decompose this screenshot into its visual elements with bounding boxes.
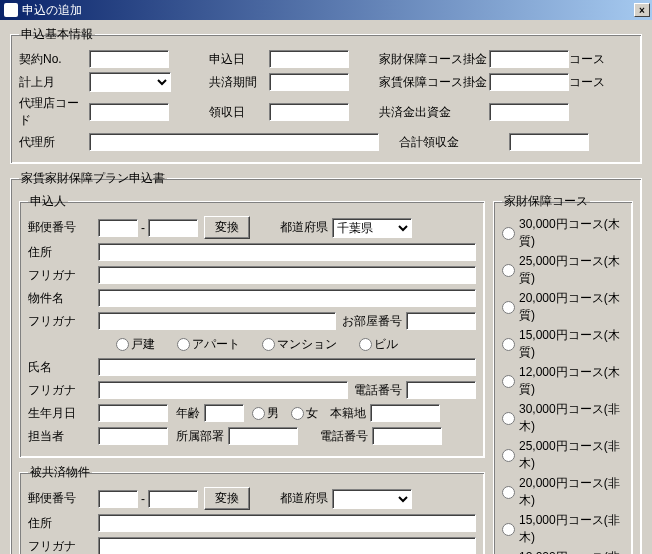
yachin-kakekin-input[interactable] (489, 73, 569, 91)
app-icon (4, 3, 18, 17)
label-tantousha: 担当者 (28, 428, 98, 445)
label-jusho-p: 住所 (28, 515, 98, 532)
applicant-group: 申込人 郵便番号 - 変換 都道府県 千葉県 住所 (19, 193, 485, 458)
course-label-7: 20,000円コース(非木) (519, 475, 624, 509)
denwa-input[interactable] (406, 381, 476, 399)
yubin2-input[interactable] (148, 219, 198, 237)
label-yachin-kakekin: 家賃保障コース掛金 (379, 74, 489, 91)
course-radio-3[interactable] (502, 338, 515, 351)
basic-info-group: 申込基本情報 契約No. 申込日 家財保障コース掛金 コース 計上月 共済期間 … (10, 26, 642, 164)
label-oheya: お部屋番号 (342, 313, 402, 330)
course-label-0: 30,000円コース(木質) (519, 216, 624, 250)
course-legend: 家財保障コース (502, 193, 590, 210)
basic-info-legend: 申込基本情報 (19, 26, 95, 43)
course-label-5: 30,000円コース(非木) (519, 401, 624, 435)
todofuken-select[interactable]: 千葉県 (332, 218, 412, 238)
kodate-radio[interactable] (116, 338, 129, 351)
property-legend: 被共済物件 (28, 464, 92, 481)
window-title: 申込の追加 (22, 2, 82, 19)
yubin1-input[interactable] (98, 219, 138, 237)
label-honseki: 本籍地 (330, 405, 366, 422)
course-radio-2[interactable] (502, 301, 515, 314)
p-jusho-input[interactable] (98, 514, 476, 532)
p-yubin2-input[interactable] (148, 490, 198, 508)
course-label-8: 15,000円コース(非木) (519, 512, 624, 546)
dairiten-code-input[interactable] (89, 103, 169, 121)
course-label-3: 15,000円コース(木質) (519, 327, 624, 361)
seinen-input[interactable] (98, 404, 168, 422)
course-radio-4[interactable] (502, 375, 515, 388)
label-moushikomi-date: 申込日 (209, 51, 269, 68)
label-yubin-p: 郵便番号 (28, 490, 98, 507)
label-kazai-kakekin: 家財保障コース掛金 (379, 51, 489, 68)
course-radio-1[interactable] (502, 264, 515, 277)
application-form-legend: 家賃家財保障プラン申込書 (19, 170, 167, 187)
label-furigana-3: フリガナ (28, 382, 98, 399)
course-radio-5[interactable] (502, 412, 515, 425)
bukken-mei-input[interactable] (98, 289, 476, 307)
jusho-furigana-input[interactable] (98, 266, 476, 284)
close-button[interactable]: × (634, 3, 650, 17)
apart-radio[interactable] (177, 338, 190, 351)
tantousha-input[interactable] (98, 427, 168, 445)
building-type-radios: 戸建 アパート マンション ビル (28, 334, 476, 354)
p-jusho-furigana-input[interactable] (98, 537, 476, 554)
course-label-4: 12,000円コース(木質) (519, 364, 624, 398)
course-label-6: 25,000円コース(非木) (519, 438, 624, 472)
label-denwa-2: 電話番号 (320, 428, 368, 445)
kazai-kakekin-input[interactable] (489, 50, 569, 68)
p-yubin1-input[interactable] (98, 490, 138, 508)
jusho-input[interactable] (98, 243, 476, 261)
course-radio-8[interactable] (502, 523, 515, 536)
label-dairiten: 代理所 (19, 134, 89, 151)
course-suffix-1: コース (569, 51, 605, 68)
label-yubin: 郵便番号 (28, 219, 98, 236)
shozoku-input[interactable] (228, 427, 298, 445)
oheya-input[interactable] (406, 312, 476, 330)
label-shimei: 氏名 (28, 359, 98, 376)
application-form-group: 家賃家財保障プラン申込書 申込人 郵便番号 - 変換 都道府県 千葉県 (10, 170, 642, 554)
shimei-input[interactable] (98, 358, 476, 376)
tantou-denwa-input[interactable] (372, 427, 442, 445)
label-furigana-2: フリガナ (28, 313, 98, 330)
course-radio-7[interactable] (502, 486, 515, 499)
label-jusho: 住所 (28, 244, 98, 261)
applicant-legend: 申込人 (28, 193, 68, 210)
honseki-input[interactable] (370, 404, 440, 422)
shimei-furigana-input[interactable] (98, 381, 348, 399)
p-henkan-button[interactable]: 変換 (204, 487, 250, 510)
building-radio[interactable] (359, 338, 372, 351)
goukei-ryoushuu-input[interactable] (509, 133, 589, 151)
kyousai-kikan-input[interactable] (269, 73, 349, 91)
label-shusshikin: 共済金出資金 (379, 104, 489, 121)
course-label-1: 25,000円コース(木質) (519, 253, 624, 287)
keijou-tsuki-select[interactable] (89, 72, 171, 92)
title-bar: 申込の追加 × (0, 0, 652, 20)
shusshikin-input[interactable] (489, 103, 569, 121)
course-radio-6[interactable] (502, 449, 515, 462)
p-todofuken-select[interactable] (332, 489, 412, 509)
dairiten-input[interactable] (89, 133, 379, 151)
moushikomi-date-input[interactable] (269, 50, 349, 68)
label-furigana-p1: フリガナ (28, 538, 98, 555)
course-label-2: 20,000円コース(木質) (519, 290, 624, 324)
bukken-furigana-input[interactable] (98, 312, 336, 330)
keiyaku-no-input[interactable] (89, 50, 169, 68)
henkan-button[interactable]: 変換 (204, 216, 250, 239)
label-denwa: 電話番号 (354, 382, 402, 399)
onna-radio[interactable] (291, 407, 304, 420)
course-radio-0[interactable] (502, 227, 515, 240)
label-todofuken: 都道府県 (280, 219, 328, 236)
label-nenrei: 年齢 (176, 405, 200, 422)
mansion-radio[interactable] (262, 338, 275, 351)
label-dairiten-code: 代理店コード (19, 95, 89, 129)
otoko-radio[interactable] (252, 407, 265, 420)
label-bukken-mei: 物件名 (28, 290, 98, 307)
course-label-9: 12,000円コース(非木) (519, 549, 624, 554)
label-furigana-1: フリガナ (28, 267, 98, 284)
course-group: 家財保障コース 30,000円コース(木質) 25,000円コース(木質) 20… (493, 193, 633, 554)
ryoushuu-date-input[interactable] (269, 103, 349, 121)
dash: - (138, 221, 148, 235)
nenrei-input[interactable] (204, 404, 244, 422)
label-keiyaku-no: 契約No. (19, 51, 89, 68)
